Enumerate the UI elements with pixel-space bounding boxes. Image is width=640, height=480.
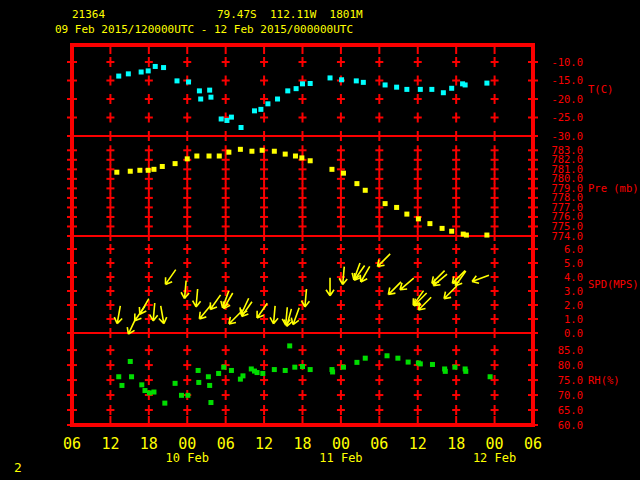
relative-humidity-point [207, 383, 212, 388]
y-tick-label: -15.0 [551, 74, 583, 86]
wind-arrow-glyph [157, 305, 168, 324]
relative-humidity-point [196, 380, 201, 385]
x-hour-label: 12 [101, 435, 119, 453]
temperature-point [285, 88, 290, 93]
wind-arrow [192, 289, 202, 308]
wind-arrow [326, 278, 334, 296]
pressure-point [226, 150, 231, 155]
relative-humidity-point [330, 369, 335, 374]
temperature-point [275, 97, 280, 102]
temperature-point [258, 107, 263, 112]
pressure-point [354, 181, 359, 186]
y-tick-label: 6.0 [564, 243, 583, 255]
pressure-point [464, 233, 469, 238]
wind-arrow-glyph [113, 305, 124, 324]
axis-title-wind-speed: SPD(MPS) [588, 278, 639, 290]
relative-humidity-point [452, 365, 457, 370]
pressure-point [185, 156, 190, 161]
pressure-point [427, 221, 432, 226]
y-tick-label: 85.0 [558, 344, 583, 356]
axis-title-relative-humidity: RH(%) [588, 374, 620, 386]
relative-humidity-point [221, 365, 226, 370]
relative-humidity-point [385, 353, 390, 358]
relative-humidity-point [287, 343, 292, 348]
y-tick-label: 1.0 [564, 313, 583, 325]
relative-humidity-point [196, 368, 201, 373]
temperature-point [175, 78, 180, 83]
temperature-point [161, 65, 166, 70]
temperature-point [197, 88, 202, 93]
y-tick-label: 75.0 [558, 374, 583, 386]
wind-arrow [350, 262, 364, 282]
relative-humidity-point [185, 393, 190, 398]
temperature-point [339, 77, 344, 82]
y-tick-label: -30.0 [551, 130, 583, 142]
relative-humidity-point [142, 388, 147, 393]
relative-humidity-point [406, 360, 411, 365]
relative-humidity-point [229, 368, 234, 373]
wind-arrow-glyph [254, 301, 271, 320]
pressure-point [272, 149, 277, 154]
relative-humidity-point [179, 393, 184, 398]
pressure-point [173, 161, 178, 166]
temperature-point [441, 90, 446, 95]
axis-title-pressure: Pre (mb) [588, 182, 639, 194]
pressure-point [363, 188, 368, 193]
x-date-label: 10 Feb [166, 451, 209, 465]
relative-humidity-point [463, 369, 468, 374]
temperature-point [383, 82, 388, 87]
wind-arrow-glyph [136, 297, 152, 317]
temperature-point [300, 81, 305, 86]
y-tick-label: -10.0 [551, 56, 583, 68]
relative-humidity-point [129, 374, 134, 379]
relative-humidity-point [283, 368, 288, 373]
relative-humidity-point [354, 360, 359, 365]
temperature-point [219, 116, 224, 121]
temperature-point [484, 81, 489, 86]
temperature-point [224, 118, 229, 123]
app-window: 21364 79.47S 112.11W 1801M 09 Feb 2015/1… [0, 0, 640, 480]
temperature-point [239, 125, 244, 130]
pressure-point [114, 170, 119, 175]
wind-arrow [375, 251, 393, 269]
x-hour-label: 12 [409, 435, 427, 453]
x-hour-label: 18 [293, 435, 311, 453]
relative-humidity-point [206, 374, 211, 379]
relative-humidity-point [341, 365, 346, 370]
pressure-point [440, 226, 445, 231]
wind-arrow-glyph [196, 303, 214, 322]
wind-arrow-glyph [452, 269, 469, 288]
relative-humidity-point [363, 356, 368, 361]
y-tick-label: 70.0 [558, 389, 583, 401]
y-tick-label: 0.0 [564, 327, 583, 339]
pressure-point [299, 155, 304, 160]
relative-humidity-point [216, 371, 221, 376]
pressure-point [194, 154, 199, 159]
temperature-point [146, 68, 151, 73]
temperature-point [418, 87, 423, 92]
x-hour-label: 12 [255, 435, 273, 453]
relative-humidity-point [116, 374, 121, 379]
relative-humidity-point [255, 370, 260, 375]
x-date-label: 11 Feb [319, 451, 362, 465]
wind-arrow [431, 271, 450, 289]
pressure-point [207, 154, 212, 159]
wind-arrow [254, 301, 271, 320]
relative-humidity-point [292, 365, 297, 370]
axis-title-temperature: T(C) [588, 83, 613, 95]
x-hour-label: 06 [524, 435, 542, 453]
pressure-point [394, 205, 399, 210]
relative-humidity-point [308, 367, 313, 372]
relative-humidity-point [147, 390, 152, 395]
relative-humidity-point [240, 373, 245, 378]
pressure-point [449, 229, 454, 234]
relative-humidity-point [139, 382, 144, 387]
temperature-point [404, 87, 409, 92]
relative-humidity-point [443, 369, 448, 374]
wind-arrow [157, 305, 168, 324]
x-hour-label: 06 [217, 435, 235, 453]
wind-arrow [136, 297, 152, 317]
temperature-point [186, 79, 191, 84]
temperature-point [116, 74, 121, 79]
y-tick-label: 2.0 [564, 299, 583, 311]
